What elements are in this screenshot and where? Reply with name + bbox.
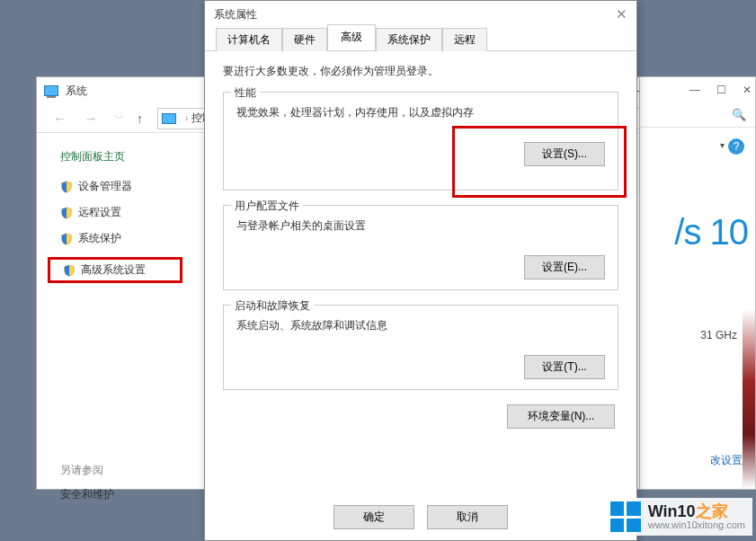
user-profiles-settings-button[interactable]: 设置(E)... [524, 255, 605, 279]
admin-note: 要进行大多数更改，你必须作为管理员登录。 [223, 64, 618, 79]
watermark-url: www.win10xitong.com [648, 519, 745, 530]
shield-icon [60, 233, 73, 245]
watermark: Win10之家 www.win10xitong.com [603, 498, 752, 536]
sidebar-item-advanced-system-settings[interactable]: 高级系统设置 [63, 262, 178, 278]
windows-logo-icon [610, 501, 641, 532]
os-brand-fragment: /s 10 [674, 212, 748, 253]
group-user-profiles: 用户配置文件 与登录帐户相关的桌面设置 设置(E)... [223, 205, 618, 290]
group-description: 视觉效果，处理器计划，内存使用，以及虚拟内存 [236, 105, 605, 120]
cancel-button[interactable]: 取消 [427, 505, 508, 529]
sidebar-item-remote-settings[interactable]: 远程设置 [60, 205, 191, 220]
env-row: 环境变量(N)... [223, 404, 618, 429]
sidebar-item-label: 设备管理器 [78, 179, 132, 194]
environment-variables-button[interactable]: 环境变量(N)... [507, 404, 615, 429]
back-button[interactable]: ← [49, 111, 71, 127]
monitor-icon [162, 113, 176, 124]
watermark-brand-suffix: 之家 [696, 502, 728, 520]
maximize-button[interactable]: ☐ [716, 84, 726, 96]
forward-button[interactable]: → [80, 111, 102, 127]
group-description: 与登录帐户相关的桌面设置 [236, 218, 605, 234]
recent-dropdown[interactable]: ﹀ [111, 111, 128, 125]
group-description: 系统启动、系统故障和调试信息 [236, 318, 605, 333]
watermark-brand-main: Win10 [648, 502, 696, 520]
bg-window-controls: — ☐ ✕ [640, 77, 755, 102]
watermark-brand: Win10之家 [648, 503, 745, 519]
group-startup-recovery: 启动和故障恢复 系统启动、系统故障和调试信息 设置(T)... [223, 305, 618, 390]
dialog-body: 要进行大多数更改，你必须作为管理员登录。 性能 视觉效果，处理器计划，内存使用，… [205, 51, 636, 441]
shield-icon [63, 264, 76, 277]
dialog-button-row: 确定 取消 [205, 505, 636, 529]
sidebar: 控制面板主页 设备管理器 远程设置 系统保护 高级系统设置 另请参阅 安全和维 [37, 133, 199, 489]
monitor-icon [44, 85, 58, 96]
group-performance: 性能 视觉效果，处理器计划，内存使用，以及虚拟内存 设置(S)... [223, 92, 618, 191]
highlight-advanced-system-settings: 高级系统设置 [48, 257, 182, 283]
cpu-speed-fragment: 31 GHz [700, 329, 737, 341]
tab-remote[interactable]: 远程 [442, 28, 487, 51]
tab-strip: 计算机名 硬件 高级 系统保护 远程 [205, 28, 636, 51]
dialog-title: 系统属性 [214, 7, 257, 22]
sidebar-item-device-manager[interactable]: 设备管理器 [60, 179, 191, 194]
search-icon[interactable]: 🔍 [732, 108, 746, 121]
close-icon[interactable]: ✕ [616, 6, 627, 22]
performance-settings-button[interactable]: 设置(S)... [524, 142, 605, 166]
help-icon[interactable]: ? [728, 138, 744, 155]
tab-advanced[interactable]: 高级 [327, 24, 376, 50]
sidebar-item-system-protection[interactable]: 系统保护 [60, 231, 191, 246]
system-title: 系统 [66, 84, 87, 99]
minimize-button[interactable]: — [689, 84, 700, 96]
tab-computer-name[interactable]: 计算机名 [216, 28, 282, 51]
decorative-strip [743, 309, 755, 489]
background-partial-window: — ☐ ✕ 🔍 ▾ ? /s 10 31 GHz 改设置 [639, 76, 756, 490]
close-button[interactable]: ✕ [743, 84, 752, 96]
ok-button[interactable]: 确定 [334, 505, 414, 529]
sidebar-item-label: 远程设置 [78, 205, 121, 220]
tab-hardware[interactable]: 硬件 [282, 28, 327, 51]
see-also-link-security-maintenance[interactable]: 安全和维护 [60, 487, 191, 502]
shield-icon [60, 207, 73, 219]
dialog-titlebar: 系统属性 ✕ [205, 1, 636, 28]
chevron-right-icon: › [185, 113, 188, 123]
group-title: 性能 [231, 85, 260, 101]
chevron-down-icon[interactable]: ▾ [720, 140, 725, 150]
group-title: 用户配置文件 [231, 199, 303, 214]
group-title: 启动和故障恢复 [231, 298, 314, 314]
watermark-text: Win10之家 www.win10xitong.com [648, 503, 745, 530]
change-settings-link[interactable]: 改设置 [710, 453, 743, 468]
sidebar-item-label: 系统保护 [78, 231, 121, 246]
sidebar-heading[interactable]: 控制面板主页 [60, 149, 191, 164]
bg-search-row: 🔍 [640, 102, 755, 128]
shield-icon [60, 181, 73, 193]
sidebar-item-label: 高级系统设置 [81, 262, 146, 278]
up-button[interactable]: ↑ [137, 111, 143, 126]
startup-settings-button[interactable]: 设置(T)... [524, 355, 605, 379]
tab-system-protection[interactable]: 系统保护 [376, 28, 442, 51]
system-properties-dialog: 系统属性 ✕ 计算机名 硬件 高级 系统保护 远程 要进行大多数更改，你必须作为… [204, 0, 637, 541]
see-also-heading: 另请参阅 [60, 463, 191, 478]
